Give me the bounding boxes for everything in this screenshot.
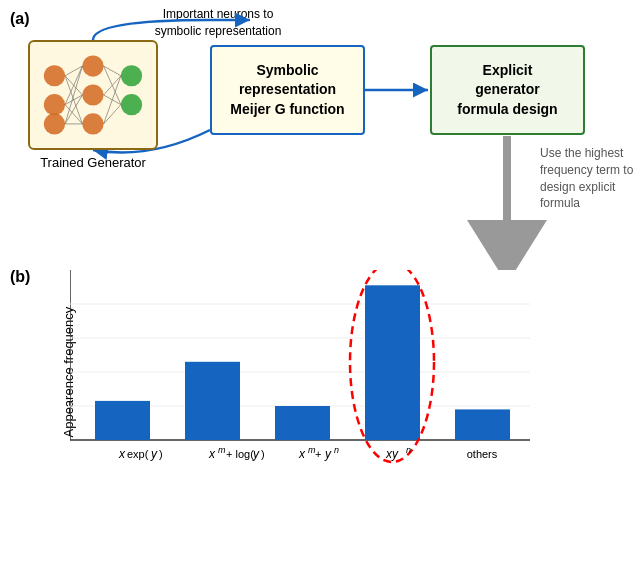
svg-point-5 bbox=[82, 113, 103, 134]
svg-text:): ) bbox=[261, 448, 265, 460]
neural-network-diagram bbox=[30, 42, 156, 148]
bar-1 bbox=[95, 401, 150, 440]
svg-point-6 bbox=[121, 65, 142, 86]
svg-text:+ log(: + log( bbox=[226, 448, 254, 460]
svg-point-7 bbox=[121, 94, 142, 115]
bar-chart: 0.5 0.4 0.3 0.2 0.1 0 x e bbox=[70, 270, 560, 470]
svg-line-17 bbox=[104, 66, 121, 76]
diagram-section: (a) Important neurons tosymbolic represe… bbox=[0, 0, 640, 270]
svg-text:): ) bbox=[159, 448, 163, 460]
svg-line-22 bbox=[104, 105, 121, 124]
svg-text:+: + bbox=[315, 448, 321, 460]
svg-text:others: others bbox=[467, 448, 498, 460]
svg-point-0 bbox=[44, 65, 65, 86]
svg-point-2 bbox=[44, 113, 65, 134]
svg-text:x: x bbox=[298, 447, 306, 461]
bar-4-highlighted bbox=[365, 285, 420, 440]
section-b-label: (b) bbox=[10, 268, 30, 286]
svg-text:y: y bbox=[150, 447, 158, 461]
symbolic-box-text: SymbolicrepresentationMeijer G function bbox=[230, 61, 344, 120]
bar-5 bbox=[455, 409, 510, 440]
bar-3 bbox=[275, 406, 330, 440]
svg-text:n: n bbox=[406, 445, 411, 455]
bar-2 bbox=[185, 362, 240, 440]
svg-point-3 bbox=[82, 55, 103, 76]
gray-arrow-annotation: Use the highestfrequency term todesign e… bbox=[540, 145, 635, 212]
svg-text:m: m bbox=[218, 445, 226, 455]
svg-point-4 bbox=[82, 84, 103, 105]
explicit-generator-box: Explicitgeneratorformula design bbox=[430, 45, 585, 135]
svg-text:y: y bbox=[324, 447, 332, 461]
trained-generator-label: Trained Generator bbox=[38, 155, 148, 170]
svg-text:exp(: exp( bbox=[127, 448, 149, 460]
svg-text:x: x bbox=[208, 447, 216, 461]
svg-point-1 bbox=[44, 94, 65, 115]
svg-line-19 bbox=[104, 76, 121, 95]
explicit-box-text: Explicitgeneratorformula design bbox=[457, 61, 557, 120]
svg-text:x: x bbox=[118, 447, 126, 461]
symbolic-box: SymbolicrepresentationMeijer G function bbox=[210, 45, 365, 135]
svg-text:y: y bbox=[252, 447, 260, 461]
svg-line-21 bbox=[104, 76, 121, 124]
svg-text:xy: xy bbox=[385, 447, 399, 461]
arrow-label: Important neurons tosymbolic representat… bbox=[148, 6, 288, 40]
chart-svg: 0.5 0.4 0.3 0.2 0.1 0 x e bbox=[70, 270, 560, 470]
neural-network-box bbox=[28, 40, 158, 150]
svg-line-14 bbox=[65, 66, 82, 124]
section-a-label: (a) bbox=[10, 10, 30, 28]
chart-section: (b) Appearence frequency 0.5 0.4 0.3 bbox=[0, 260, 640, 564]
svg-text:n: n bbox=[334, 445, 339, 455]
